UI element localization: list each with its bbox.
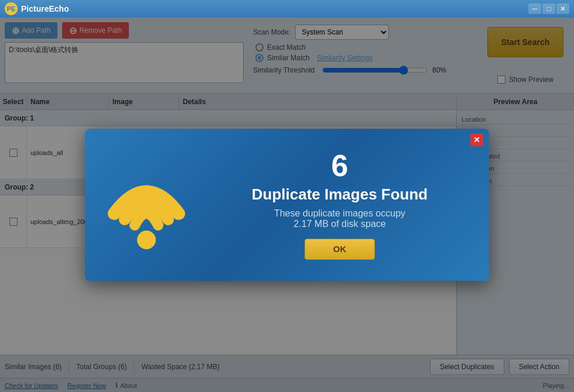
modal-subtitle: These duplicate images occupy 2.17 MB of…: [274, 208, 405, 229]
svg-point-3: [137, 231, 156, 249]
wifi-signal-icon: [105, 158, 187, 252]
app-title: PictureEcho: [21, 4, 69, 13]
titlebar-left: PE PictureEcho: [5, 2, 69, 15]
titlebar-controls: ─ □ ✕: [528, 4, 569, 14]
maximize-button[interactable]: □: [542, 4, 555, 14]
minimize-button[interactable]: ─: [528, 4, 541, 14]
modal-content: 6 Duplicate Images Found These duplicate…: [208, 150, 472, 260]
modal-close-button[interactable]: ✕: [470, 133, 483, 146]
modal-dialog: ✕ 6 Duplicate Images Found These duplica…: [85, 129, 489, 281]
close-button[interactable]: ✕: [556, 4, 569, 14]
modal-count: 6: [332, 150, 348, 181]
modal-title: Duplicate Images Found: [252, 185, 428, 204]
modal-ok-button[interactable]: OK: [305, 239, 375, 260]
modal-icon: [102, 152, 190, 257]
modal-overlay: ✕ 6 Duplicate Images Found These duplica…: [0, 18, 574, 392]
app-logo: PE: [5, 2, 18, 15]
titlebar: PE PictureEcho ─ □ ✕: [0, 0, 574, 18]
